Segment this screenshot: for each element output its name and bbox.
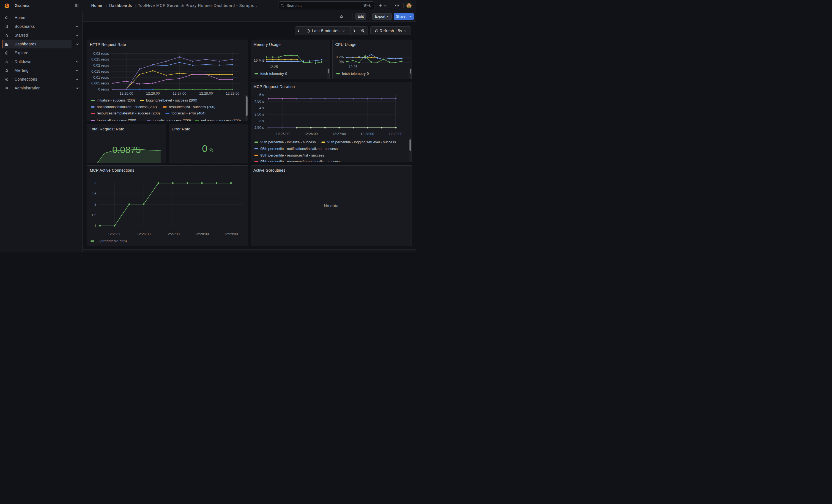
svg-text:12:27:00: 12:27:00 [166, 232, 180, 236]
svg-text:unknown - success (200): unknown - success (200) [201, 118, 241, 121]
svg-text:0.0875: 0.0875 [112, 144, 141, 155]
svg-text:0.025 req/s: 0.025 req/s [92, 57, 109, 61]
svg-text:95th percentile - resources/li: 95th percentile - resources/list - succe… [260, 153, 324, 157]
svg-text:initialize - success (200): initialize - success (200) [97, 98, 135, 102]
svg-text:12:25:00: 12:25:00 [108, 232, 122, 236]
svg-text:95th percentile - logging/setL: 95th percentile - logging/setLevel - suc… [327, 140, 396, 144]
svg-text:0 req/s: 0 req/s [98, 87, 109, 91]
svg-text:12:26:00: 12:26:00 [304, 132, 317, 136]
svg-text:95th percentile - resources/te: 95th percentile - resources/templates/li… [260, 160, 341, 162]
svg-text:4 s: 4 s [259, 106, 264, 110]
svg-text:fetch-telemetry-0: fetch-telemetry-0 [342, 72, 369, 76]
svg-text:12:29:00: 12:29:00 [389, 132, 402, 136]
svg-text:0: 0 [202, 143, 207, 154]
svg-text:resources/list - success (200): resources/list - success (200) [169, 105, 215, 109]
svg-text:95th percentile - notification: 95th percentile - notifications/initiali… [260, 147, 338, 151]
svg-text:12:25:00: 12:25:00 [276, 132, 289, 136]
svg-text:12:29:00: 12:29:00 [224, 232, 238, 236]
svg-text:4.50 s: 4.50 s [254, 99, 264, 103]
svg-text:12:28:00: 12:28:00 [199, 91, 213, 95]
svg-text:12:27:00: 12:27:00 [173, 91, 186, 95]
svg-text:12:25:00: 12:25:00 [120, 91, 133, 95]
svg-text:0.2%: 0.2% [336, 55, 344, 59]
svg-text:0.03 req/s: 0.03 req/s [93, 51, 109, 55]
svg-text:12:28:00: 12:28:00 [360, 132, 374, 136]
svg-text:2.50 s: 2.50 s [254, 125, 264, 129]
svg-text:notifications/initialized - su: notifications/initialized - success (202… [97, 105, 157, 109]
svg-text:1: 1 [94, 224, 96, 228]
svg-text:0.015 req/s: 0.015 req/s [92, 69, 109, 73]
svg-text:0%: 0% [339, 60, 344, 64]
svg-text:- (streamable-http): - (streamable-http) [97, 239, 127, 243]
svg-text:tools/call - error (404): tools/call - error (404) [172, 111, 206, 115]
svg-text:95th percentile - initialize -: 95th percentile - initialize - success [260, 140, 316, 144]
svg-text:logging/setLevel - success (20: logging/setLevel - success (200) [146, 98, 197, 102]
svg-text:2.5: 2.5 [92, 191, 96, 195]
svg-text:12:29:00: 12:29:00 [226, 91, 239, 95]
svg-text:12:25: 12:25 [348, 64, 357, 69]
svg-text:16 MiB: 16 MiB [254, 58, 265, 62]
svg-text:2: 2 [94, 202, 96, 206]
svg-text:3.50 s: 3.50 s [254, 112, 264, 116]
svg-text:%: % [209, 147, 213, 153]
svg-text:12:26:00: 12:26:00 [137, 232, 151, 236]
svg-text:12:26:00: 12:26:00 [146, 91, 160, 95]
svg-text:fetch-telemetry-0: fetch-telemetry-0 [260, 72, 287, 76]
svg-text:5 s: 5 s [259, 93, 264, 97]
svg-text:0.02 req/s: 0.02 req/s [93, 63, 109, 68]
svg-text:3: 3 [94, 181, 96, 185]
svg-text:tools/list - success (200): tools/list - success (200) [153, 118, 191, 121]
svg-text:0.005 req/s: 0.005 req/s [92, 81, 109, 85]
svg-text:resources/templates/list - suc: resources/templates/list - success (200) [97, 111, 160, 115]
svg-text:12:27:00: 12:27:00 [332, 132, 346, 136]
svg-text:3 s: 3 s [259, 119, 264, 123]
svg-text:0.01 req/s: 0.01 req/s [93, 75, 109, 79]
svg-text:12:28:00: 12:28:00 [195, 232, 209, 236]
svg-text:1.5: 1.5 [92, 213, 96, 217]
svg-text:12:25: 12:25 [269, 64, 278, 69]
svg-text:tools/call - success (200): tools/call - success (200) [97, 118, 136, 121]
